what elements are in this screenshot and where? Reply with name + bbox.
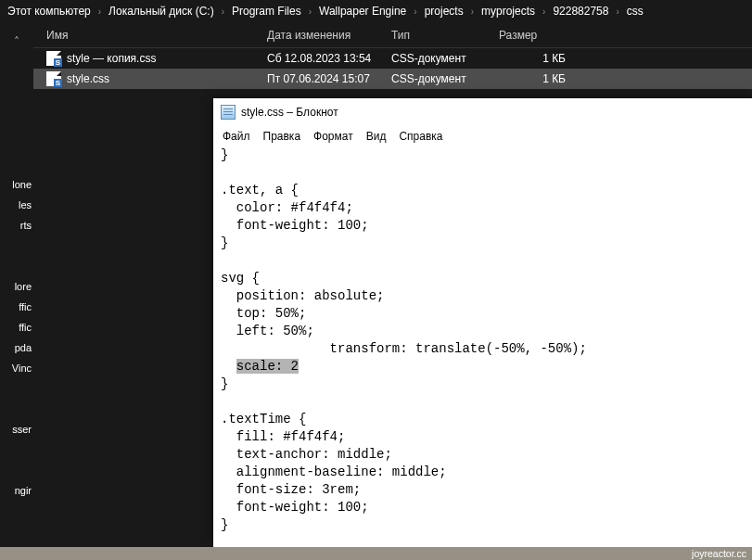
file-row[interactable]: style — копия.cssСб 12.08.2023 13:54CSS-… xyxy=(33,48,752,69)
file-name: style.css xyxy=(67,72,109,85)
file-size: 1 КБ xyxy=(499,72,577,85)
chevron-right-icon: › xyxy=(98,6,101,17)
code-text: } .textTime { fill: #f4f4f4; text-anchor… xyxy=(221,376,447,547)
column-header-size[interactable]: Размер xyxy=(499,29,577,42)
file-name: style — копия.css xyxy=(67,52,156,65)
column-header-type[interactable]: Тип xyxy=(391,29,499,42)
column-header-date[interactable]: Дата изменения xyxy=(267,29,391,42)
file-date: Сб 12.08.2023 13:54 xyxy=(267,52,391,65)
nav-tree-item[interactable]: ffic xyxy=(17,319,33,336)
file-type: CSS-документ xyxy=(391,52,499,65)
breadcrumb-item[interactable]: projects xyxy=(421,5,467,18)
notepad-icon xyxy=(221,105,236,120)
nav-tree-item[interactable]: Vinc xyxy=(10,360,33,376)
menu-item[interactable]: Правка xyxy=(263,130,301,143)
nav-pane: ˄ lonelesrtslorefficfficpdaVincsserngirc… xyxy=(0,22,33,547)
breadcrumb-item[interactable]: 922882758 xyxy=(549,5,612,18)
menu-item[interactable]: Формат xyxy=(313,130,353,143)
breadcrumb[interactable]: Этот компьютер›Локальный диск (C:)›Progr… xyxy=(0,0,752,22)
chevron-right-icon: › xyxy=(309,6,312,17)
watermark: joyreactor.cc xyxy=(0,547,752,560)
breadcrumb-item[interactable]: Локальный диск (C:) xyxy=(105,5,218,18)
chevron-right-icon: › xyxy=(414,6,416,17)
nav-tree-item[interactable]: rts xyxy=(19,217,33,234)
file-row[interactable]: style.cssПт 07.06.2024 15:07CSS-документ… xyxy=(33,69,752,89)
nav-tree-item[interactable]: sser xyxy=(10,421,33,438)
chevron-right-icon: › xyxy=(222,6,224,17)
notepad-titlebar[interactable]: style.css – Блокнот xyxy=(213,98,752,126)
css-file-icon xyxy=(46,51,61,66)
notepad-title-text: style.css – Блокнот xyxy=(241,106,338,119)
notepad-text-area[interactable]: } .text, a { color: #f4f4f4; font-weight… xyxy=(213,146,752,547)
breadcrumb-item[interactable]: Этот компьютер xyxy=(4,5,95,18)
css-file-icon xyxy=(46,71,61,86)
nav-tree-item[interactable]: lone xyxy=(10,176,33,193)
code-selection: scale: 2 xyxy=(236,359,299,374)
file-size: 1 КБ xyxy=(499,52,577,65)
nav-tree-item[interactable]: pda xyxy=(13,339,33,356)
breadcrumb-item[interactable]: Wallpaper Engine xyxy=(315,5,410,18)
chevron-right-icon: › xyxy=(471,6,474,17)
menu-item[interactable]: Справка xyxy=(399,130,442,143)
breadcrumb-item[interactable]: myprojects xyxy=(478,5,539,18)
file-list-headers[interactable]: Имя Дата изменения Тип Размер xyxy=(33,22,752,48)
chevron-right-icon: › xyxy=(542,6,545,17)
file-date: Пт 07.06.2024 15:07 xyxy=(267,72,391,85)
nav-up-arrow[interactable]: ˄ xyxy=(0,22,33,48)
menu-item[interactable]: Вид xyxy=(366,130,387,143)
menu-item[interactable]: Файл xyxy=(223,130,250,143)
nav-tree-item[interactable]: les xyxy=(17,197,33,213)
notepad-menubar[interactable]: ФайлПравкаФорматВидСправка xyxy=(213,126,752,146)
nav-tree-item[interactable]: lore xyxy=(13,278,33,295)
notepad-window[interactable]: style.css – Блокнот ФайлПравкаФорматВидС… xyxy=(213,98,752,547)
column-header-name[interactable]: Имя xyxy=(33,29,267,42)
code-text: } .text, a { color: #f4f4f4; font-weight… xyxy=(221,147,587,374)
nav-tree-item[interactable]: ffic xyxy=(17,299,33,315)
nav-tree-item[interactable]: ngir xyxy=(13,482,33,499)
breadcrumb-item[interactable]: css xyxy=(623,5,647,18)
chevron-right-icon: › xyxy=(616,6,618,17)
file-type: CSS-документ xyxy=(391,72,499,85)
breadcrumb-item[interactable]: Program Files xyxy=(228,5,305,18)
